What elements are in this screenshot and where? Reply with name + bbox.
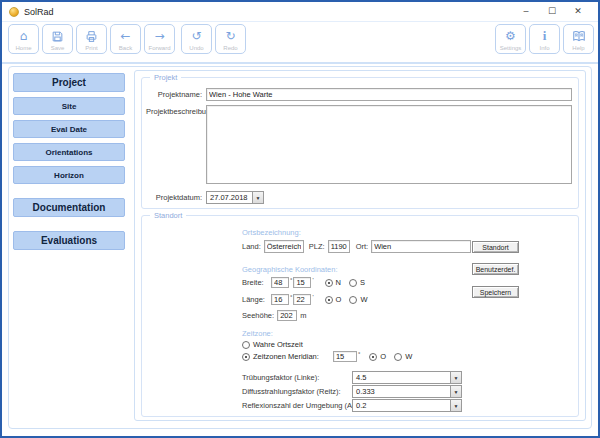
projektbeschreibung-textarea[interactable] <box>206 105 572 184</box>
sidebar-item-evaluations[interactable]: Evaluations <box>13 231 125 250</box>
plz-input[interactable] <box>328 240 350 253</box>
wahre-ortszeit-row: Wahre Ortszeit <box>242 340 311 349</box>
laenge-label: Länge: <box>242 295 268 304</box>
undo-button[interactable]: ↺ Undo <box>181 24 212 54</box>
back-icon: ← <box>120 29 130 44</box>
degree-symbol: ° <box>290 294 292 300</box>
sidebar: Project Site Eval Date Orientations Hori… <box>13 73 125 255</box>
projektdatum-dropdown[interactable]: 27.07.2018 ▼ <box>206 191 264 204</box>
maximize-button[interactable]: ☐ <box>539 3 565 20</box>
projektbeschreibung-label: Projektbeschreibung: <box>146 105 206 116</box>
speichern-button[interactable]: Speichern <box>472 286 519 298</box>
diffusstrahlungsfaktor-row: Diffusstrahlungsfaktor (Reitz): 0.333 ▼ <box>242 385 568 398</box>
settings-button[interactable]: ⚙ Settings <box>495 24 526 54</box>
back-button[interactable]: ← Back <box>110 24 141 54</box>
ortsbezeichnung-heading: Ortsbezeichnung: <box>242 228 301 237</box>
land-input[interactable] <box>264 240 304 253</box>
redo-icon: ↻ <box>225 29 235 44</box>
reflexionszahl-row: Reflexionszahl der Umgebung (Albedo): 0.… <box>242 399 568 412</box>
app-logo-icon <box>9 7 19 17</box>
dropdown-arrow-icon[interactable]: ▼ <box>450 400 461 411</box>
projektname-label: Projektname: <box>146 88 206 99</box>
ort-label: Ort: <box>356 242 369 251</box>
degree-symbol: ° <box>290 277 292 283</box>
undo-icon: ↺ <box>191 29 201 44</box>
standort-groupbox-legend: Standort <box>150 211 186 220</box>
sidebar-item-orientations[interactable]: Orientations <box>13 143 125 161</box>
help-icon <box>572 29 586 44</box>
help-button[interactable]: Help <box>563 24 594 54</box>
app-window: SolRad – ☐ ✕ ⌂ Home Save Print <box>0 0 600 438</box>
dropdown-arrow-icon[interactable]: ▼ <box>450 386 461 397</box>
benutzerdef-button[interactable]: Benutzerdef. <box>472 263 519 275</box>
forward-button[interactable]: → Forward <box>144 24 175 54</box>
projektname-input[interactable] <box>206 88 572 101</box>
meridian-ost-radio[interactable] <box>369 353 377 361</box>
info-icon: i <box>543 29 547 44</box>
zeitzone-heading: Zeitzone: <box>242 329 273 338</box>
save-icon <box>51 29 64 44</box>
settings-icon: ⚙ <box>505 29 516 44</box>
projekt-groupbox: Projekt Projektname: Projektbeschreibung… <box>141 77 579 209</box>
sidebar-item-site[interactable]: Site <box>13 97 125 115</box>
truebungsfaktor-row: Trübungsfaktor (Linke): 4.5 ▼ <box>242 371 568 384</box>
projektname-row: Projektname: <box>146 88 572 101</box>
redo-button[interactable]: ↻ Redo <box>215 24 246 54</box>
laenge-minuten-input[interactable] <box>293 294 311 305</box>
print-icon <box>85 29 98 44</box>
laenge-row: Länge: ° ' O W <box>242 294 376 305</box>
breite-row: Breite: ° ' N S <box>242 277 373 288</box>
meridian-west-radio[interactable] <box>394 353 402 361</box>
plz-label: PLZ: <box>309 242 325 251</box>
dropdown-arrow-icon[interactable]: ▼ <box>450 372 461 383</box>
toolbar-left-group: ⌂ Home Save Print ← Back → For <box>8 24 246 54</box>
truebungsfaktor-label: Trübungsfaktor (Linke): <box>242 373 319 382</box>
seehoehe-row: Seehöhe: m <box>242 310 309 321</box>
breite-nord-radio[interactable] <box>325 279 333 287</box>
minute-symbol: ' <box>312 277 313 283</box>
home-button[interactable]: ⌂ Home <box>8 24 39 54</box>
zeitzonen-meridian-radio[interactable] <box>242 353 250 361</box>
sidebar-item-documentation[interactable]: Documentation <box>13 198 125 217</box>
sidebar-item-horizon[interactable]: Horizon <box>13 166 125 184</box>
wahre-ortszeit-radio[interactable] <box>242 341 250 349</box>
standort-groupbox: Standort Ortsbezeichnung: Land: PLZ: Ort… <box>141 215 579 417</box>
seehoehe-unit: m <box>300 311 306 320</box>
titlebar: SolRad – ☐ ✕ <box>2 2 598 21</box>
diffusstrahlungsfaktor-dropdown[interactable]: 0.333 ▼ <box>352 385 462 398</box>
truebungsfaktor-dropdown[interactable]: 4.5 ▼ <box>352 371 462 384</box>
laenge-ost-radio[interactable] <box>325 296 333 304</box>
breite-grad-input[interactable] <box>271 277 289 288</box>
close-button[interactable]: ✕ <box>565 3 591 20</box>
meridian-input[interactable] <box>333 351 357 362</box>
minimize-button[interactable]: – <box>513 3 539 20</box>
land-label: Land: <box>242 242 261 251</box>
breite-sued-radio[interactable] <box>349 279 357 287</box>
minute-symbol: ' <box>312 294 313 300</box>
print-button[interactable]: Print <box>76 24 107 54</box>
info-button[interactable]: i Info <box>529 24 560 54</box>
seehoehe-input[interactable] <box>277 310 297 321</box>
degree-symbol: ° <box>358 351 360 357</box>
laenge-grad-input[interactable] <box>271 294 289 305</box>
save-button[interactable]: Save <box>42 24 73 54</box>
projektbeschreibung-row: Projektbeschreibung: <box>146 105 572 184</box>
window-title: SolRad <box>24 7 54 17</box>
sidebar-item-eval-date[interactable]: Eval Date <box>13 120 125 138</box>
dropdown-arrow-icon[interactable]: ▼ <box>252 192 263 203</box>
laenge-west-radio[interactable] <box>349 296 357 304</box>
window-controls: – ☐ ✕ <box>513 3 591 20</box>
projektdatum-label: Projektdatum: <box>146 191 206 202</box>
ort-input[interactable] <box>371 240 471 253</box>
sidebar-item-project[interactable]: Project <box>13 73 125 92</box>
reflexionszahl-dropdown[interactable]: 0.2 ▼ <box>352 399 462 412</box>
seehoehe-label: Seehöhe: <box>242 311 274 320</box>
projektdatum-row: Projektdatum: 27.07.2018 ▼ <box>146 191 572 204</box>
forward-icon: → <box>154 29 164 44</box>
breite-minuten-input[interactable] <box>293 277 311 288</box>
diffusstrahlungsfaktor-label: Diffusstrahlungsfaktor (Reitz): <box>242 387 341 396</box>
projekt-groupbox-legend: Projekt <box>150 73 181 82</box>
standort-lookup-button[interactable]: Standort <box>472 241 519 253</box>
toolbar: ⌂ Home Save Print ← Back → For <box>2 21 598 64</box>
home-icon: ⌂ <box>20 29 28 44</box>
